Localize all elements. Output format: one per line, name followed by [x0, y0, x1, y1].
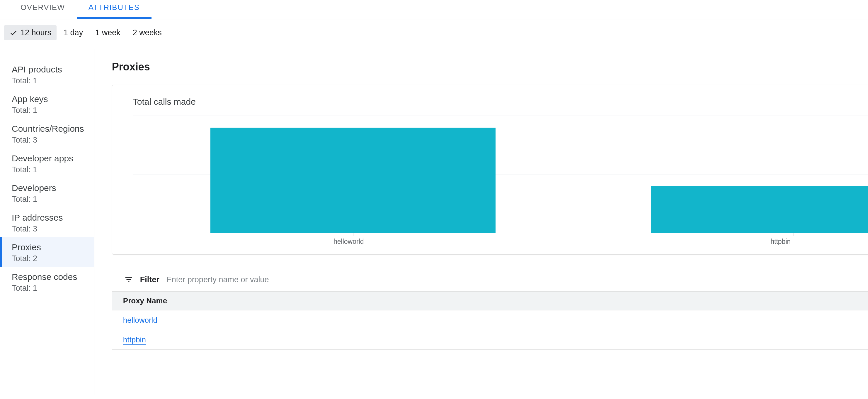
- sidebar-item-api-products[interactable]: API products Total: 1: [0, 59, 94, 89]
- sidebar-item-sub: Total: 1: [12, 106, 84, 115]
- filter-input[interactable]: [166, 275, 868, 284]
- time-range-selector: 12 hours 1 day 1 week 2 weeks: [0, 19, 868, 49]
- sidebar-item-label: Developers: [12, 183, 84, 193]
- table-row: helloworld 9: [112, 310, 868, 330]
- sidebar-item-label: Developer apps: [12, 153, 84, 164]
- sidebar-item-sub: Total: 3: [12, 224, 84, 233]
- time-range-2w[interactable]: 2 weeks: [127, 25, 167, 40]
- tab-attributes[interactable]: ATTRIBUTES: [77, 0, 152, 19]
- sidebar-item-sub: Total: 1: [12, 76, 84, 85]
- time-range-1d[interactable]: 1 day: [58, 25, 88, 40]
- attribute-sidebar: API products Total: 1 App keys Total: 1 …: [0, 49, 94, 395]
- sidebar-item-response-codes[interactable]: Response codes Total: 1: [0, 267, 94, 296]
- x-label: helloworld: [133, 238, 565, 246]
- sidebar-item-label: IP addresses: [12, 213, 84, 223]
- tab-overview[interactable]: OVERVIEW: [9, 0, 77, 19]
- chart-title: Total calls made: [133, 97, 196, 107]
- sidebar-item-sub: Total: 1: [12, 195, 84, 204]
- time-range-12h[interactable]: 12 hours: [4, 25, 57, 40]
- sidebar-item-proxies[interactable]: Proxies Total: 2: [0, 237, 94, 267]
- filter-row: Filter ?: [112, 255, 868, 291]
- sidebar-item-app-keys[interactable]: App keys Total: 1: [0, 89, 94, 118]
- bar-helloworld[interactable]: [210, 127, 496, 233]
- proxy-link[interactable]: httpbin: [123, 335, 146, 345]
- col-proxy-name[interactable]: Proxy Name: [123, 296, 167, 306]
- sidebar-item-label: Response codes: [12, 272, 84, 282]
- sidebar-item-label: Countries/Regions: [12, 124, 84, 134]
- page-title: Proxies: [112, 61, 868, 73]
- bar-httpbin[interactable]: [651, 186, 868, 233]
- sidebar-item-label: API products: [12, 64, 84, 75]
- time-range-1w[interactable]: 1 week: [90, 25, 126, 40]
- sidebar-item-sub: Total: 2: [12, 254, 84, 263]
- time-range-label: 12 hours: [21, 28, 51, 37]
- proxy-link[interactable]: helloworld: [123, 316, 157, 325]
- sidebar-item-ip-addresses[interactable]: IP addresses Total: 3: [0, 207, 94, 237]
- sidebar-item-developers[interactable]: Developers Total: 1: [0, 178, 94, 207]
- table-row: httpbin 4: [112, 330, 868, 350]
- sidebar-item-sub: Total: 1: [12, 284, 84, 293]
- bar-chart: [133, 116, 868, 233]
- sidebar-item-label: App keys: [12, 94, 84, 104]
- check-icon: [9, 29, 18, 37]
- chart-card: Total calls made 10 5: [112, 85, 868, 255]
- sidebar-item-sub: Total: 3: [12, 136, 84, 145]
- sidebar-item-countries[interactable]: Countries/Regions Total: 3: [0, 118, 94, 148]
- proxy-table: Proxy Name Total action calls made hello…: [112, 291, 868, 350]
- filter-icon[interactable]: [124, 275, 133, 284]
- sidebar-item-sub: Total: 1: [12, 165, 84, 174]
- filter-label: Filter: [140, 275, 159, 284]
- sidebar-item-developer-apps[interactable]: Developer apps Total: 1: [0, 148, 94, 178]
- x-label: httpbin: [565, 238, 868, 246]
- sidebar-item-label: Proxies: [12, 242, 84, 252]
